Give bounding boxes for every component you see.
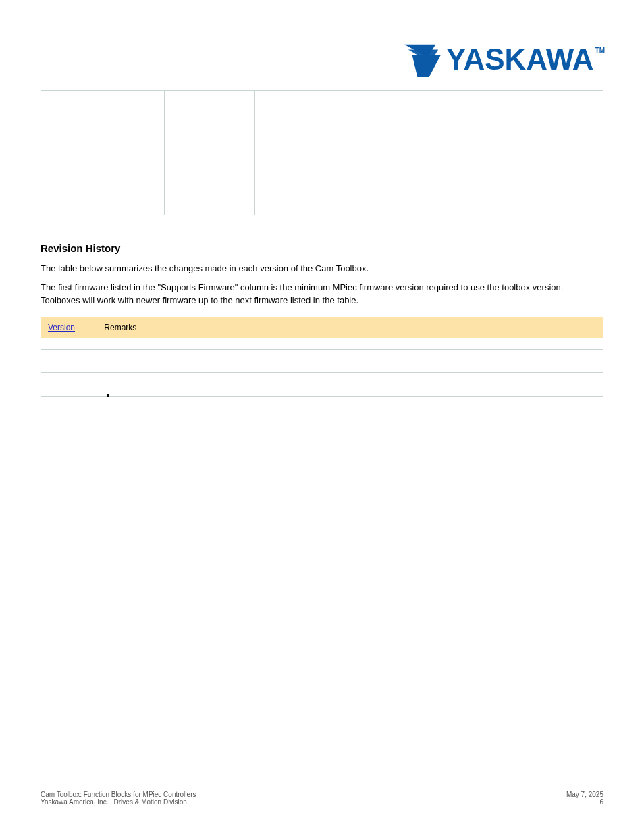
history-remarks-cell bbox=[97, 361, 603, 372]
features-cell bbox=[41, 91, 63, 122]
features-cell bbox=[165, 122, 254, 153]
table-row bbox=[41, 122, 603, 153]
revision-history-p2: The first firmware listed in the "Suppor… bbox=[41, 281, 603, 307]
history-header-remarks: Remarks bbox=[97, 317, 603, 338]
page-footer: Cam Toolbox: Function Blocks for MPiec C… bbox=[41, 791, 603, 806]
features-table bbox=[41, 90, 603, 215]
features-cell bbox=[63, 153, 165, 184]
features-cell bbox=[254, 122, 603, 153]
features-cell bbox=[254, 153, 603, 184]
table-row bbox=[41, 153, 603, 184]
history-header-version[interactable]: Version bbox=[41, 317, 97, 338]
footer-left: Cam Toolbox: Function Blocks for MPiec C… bbox=[41, 791, 196, 806]
revision-history-p1: The table below summarizes the changes m… bbox=[41, 262, 603, 276]
features-cell bbox=[165, 153, 254, 184]
table-row bbox=[41, 372, 603, 384]
table-row bbox=[41, 361, 603, 372]
features-cell bbox=[254, 91, 603, 122]
features-cell bbox=[165, 184, 254, 215]
history-version-cell bbox=[41, 349, 97, 361]
features-cell bbox=[63, 184, 165, 215]
logo-tm: TM bbox=[595, 47, 605, 54]
history-remarks-cell bbox=[97, 349, 603, 361]
features-cell bbox=[63, 91, 165, 122]
history-remarks-cell bbox=[97, 372, 603, 384]
history-version-cell bbox=[41, 384, 97, 396]
logo-wordmark: YASKAWATM bbox=[446, 43, 603, 76]
features-cell bbox=[63, 122, 165, 153]
history-remarks-cell bbox=[97, 384, 603, 396]
features-cell bbox=[41, 184, 63, 215]
table-row bbox=[41, 91, 603, 122]
features-cell bbox=[41, 153, 63, 184]
table-row bbox=[41, 384, 603, 396]
logo-text: YASKAWA bbox=[446, 43, 593, 76]
history-table: Version Remarks bbox=[41, 317, 603, 397]
page: YASKAWATM Revision History The table bel… bbox=[0, 0, 644, 397]
logo: YASKAWATM bbox=[41, 41, 603, 78]
table-row bbox=[41, 184, 603, 215]
features-cell bbox=[41, 122, 63, 153]
revision-history-heading: Revision History bbox=[41, 242, 603, 254]
table-row bbox=[41, 338, 603, 349]
history-remarks-cell bbox=[97, 338, 603, 349]
history-version-cell bbox=[41, 361, 97, 372]
table-row bbox=[41, 349, 603, 361]
history-version-cell bbox=[41, 372, 97, 384]
footer-right: May 7, 20256 bbox=[566, 791, 603, 806]
logo-mark-icon bbox=[403, 41, 442, 78]
version-header-link[interactable]: Version bbox=[48, 323, 75, 332]
history-version-cell bbox=[41, 338, 97, 349]
features-cell bbox=[254, 184, 603, 215]
features-cell bbox=[165, 91, 254, 122]
